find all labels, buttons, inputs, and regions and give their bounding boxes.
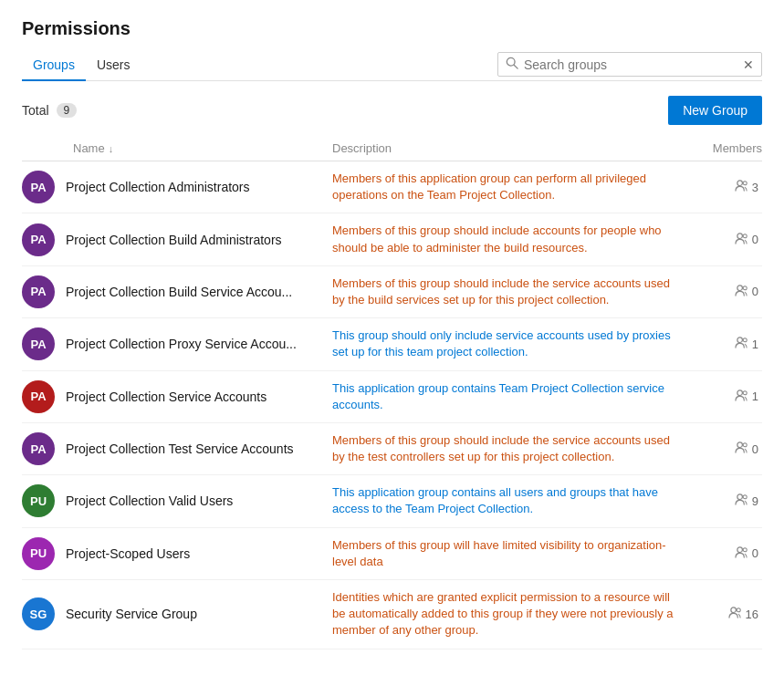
- members-icon: [735, 441, 748, 456]
- members-icon: [735, 337, 748, 351]
- row-members[interactable]: 1: [689, 390, 762, 404]
- row-members[interactable]: 0: [689, 285, 762, 299]
- table-row[interactable]: PU Project-Scoped Users Members of this …: [22, 528, 762, 580]
- row-name-cell: PA Project Collection Build Administrato…: [22, 223, 332, 256]
- avatar: PA: [22, 275, 55, 308]
- avatar: PA: [22, 380, 55, 413]
- total-label: Total: [22, 103, 49, 118]
- group-name[interactable]: Project Collection Valid Users: [66, 493, 233, 508]
- row-name-cell: PA Project Collection Service Accounts: [22, 380, 332, 413]
- avatar: PU: [22, 484, 55, 517]
- row-members[interactable]: 0: [689, 546, 762, 561]
- row-name-cell: PA Project Collection Test Service Accou…: [22, 432, 332, 465]
- avatar: PA: [22, 327, 55, 360]
- row-name-cell: SG Security Service Group: [22, 597, 332, 630]
- clear-icon[interactable]: ✕: [743, 57, 754, 72]
- member-count: 1: [752, 338, 758, 351]
- avatar: PA: [22, 223, 55, 256]
- avatar: PU: [22, 537, 55, 570]
- tabs-and-search-area: Groups Users ✕: [22, 50, 762, 81]
- row-members[interactable]: 9: [689, 493, 762, 508]
- group-name[interactable]: Project Collection Administrators: [66, 180, 250, 194]
- table-row[interactable]: PA Project Collection Service Accounts T…: [22, 371, 762, 423]
- row-members[interactable]: 3: [689, 180, 762, 194]
- member-count: 9: [752, 494, 758, 508]
- tab-users[interactable]: Users: [86, 50, 141, 81]
- svg-point-6: [737, 286, 743, 291]
- member-count: 3: [752, 181, 758, 194]
- table-header: Name ↓ Description Members: [22, 136, 762, 161]
- group-name[interactable]: Security Service Group: [66, 607, 197, 621]
- total-section: Total 9: [22, 103, 77, 118]
- svg-point-17: [743, 547, 747, 551]
- header-name-label: Name: [73, 141, 105, 155]
- group-name[interactable]: Project Collection Proxy Service Accou..…: [66, 337, 297, 351]
- group-name[interactable]: Project Collection Build Service Accou..…: [66, 285, 292, 299]
- members-icon: [735, 180, 748, 194]
- svg-point-9: [743, 338, 747, 342]
- table-row[interactable]: PA Project Collection Proxy Service Acco…: [22, 318, 762, 370]
- members-icon: [735, 493, 748, 508]
- new-group-button[interactable]: New Group: [668, 96, 762, 125]
- group-name[interactable]: Project Collection Build Administrators: [66, 233, 282, 247]
- table-rows-container: PA Project Collection Administrators Mem…: [22, 161, 762, 649]
- search-input[interactable]: [524, 57, 739, 72]
- row-description: Identities which are granted explicit pe…: [332, 589, 689, 639]
- svg-point-11: [743, 390, 747, 394]
- members-icon: [735, 285, 748, 299]
- svg-point-14: [737, 494, 743, 500]
- page-container: Permissions Groups Users ✕ Total 9 New G…: [0, 0, 784, 696]
- avatar: PA: [22, 432, 55, 465]
- svg-point-19: [737, 608, 740, 612]
- header-name: Name ↓: [22, 141, 332, 155]
- row-members[interactable]: 1: [689, 337, 762, 351]
- row-name-cell: PA Project Collection Administrators: [22, 171, 332, 203]
- members-icon: [728, 607, 742, 621]
- group-name[interactable]: Project Collection Service Accounts: [66, 390, 267, 404]
- table-row[interactable]: PA Project Collection Build Service Acco…: [22, 266, 762, 318]
- row-members[interactable]: 16: [689, 607, 762, 621]
- table-row[interactable]: PA Project Collection Test Service Accou…: [22, 423, 762, 475]
- row-members[interactable]: 0: [689, 441, 762, 456]
- svg-point-4: [737, 233, 743, 238]
- member-count: 16: [746, 608, 758, 621]
- row-name-cell: PA Project Collection Build Service Acco…: [22, 275, 332, 308]
- svg-point-3: [743, 182, 747, 185]
- row-description: Members of this group will have limited …: [332, 537, 689, 570]
- groups-table: Name ↓ Description Members PA Project Co…: [22, 136, 762, 649]
- members-icon: [735, 233, 748, 247]
- table-row[interactable]: SG Security Service Group Identities whi…: [22, 580, 762, 649]
- row-members[interactable]: 0: [689, 233, 762, 247]
- svg-point-2: [737, 181, 743, 186]
- table-row[interactable]: PA Project Collection Build Administrato…: [22, 213, 762, 265]
- table-row[interactable]: PU Project Collection Valid Users This a…: [22, 475, 762, 527]
- sort-arrow-icon[interactable]: ↓: [109, 143, 114, 154]
- search-icon: [506, 57, 518, 72]
- header-members: Members: [689, 141, 762, 155]
- group-name[interactable]: Project Collection Test Service Accounts: [66, 441, 294, 456]
- toolbar: Total 9 New Group: [22, 96, 762, 125]
- table-row[interactable]: PA Project Collection Administrators Mem…: [22, 161, 762, 213]
- tabs-wrapper: Groups Users: [22, 50, 141, 80]
- row-description: This group should only include service a…: [332, 327, 689, 360]
- row-description: This application group contains Team Pro…: [332, 380, 689, 413]
- members-icon: [735, 546, 748, 561]
- member-count: 1: [752, 390, 758, 403]
- svg-point-7: [743, 286, 747, 290]
- row-description: This application group contains all user…: [332, 484, 689, 517]
- group-name[interactable]: Project-Scoped Users: [66, 546, 190, 561]
- svg-point-8: [737, 338, 743, 343]
- row-name-cell: PA Project Collection Proxy Service Acco…: [22, 327, 332, 360]
- svg-point-5: [743, 234, 747, 237]
- tab-groups[interactable]: Groups: [22, 50, 86, 81]
- row-name-cell: PU Project Collection Valid Users: [22, 484, 332, 517]
- total-count: 9: [57, 103, 78, 118]
- svg-point-16: [737, 547, 743, 553]
- member-count: 0: [752, 285, 758, 298]
- avatar: SG: [22, 597, 55, 630]
- row-description: Members of this group should include acc…: [332, 223, 689, 255]
- row-name-cell: PU Project-Scoped Users: [22, 537, 332, 570]
- svg-point-18: [730, 608, 736, 613]
- row-description: Members of this application group can pe…: [332, 171, 689, 203]
- svg-line-1: [514, 65, 517, 68]
